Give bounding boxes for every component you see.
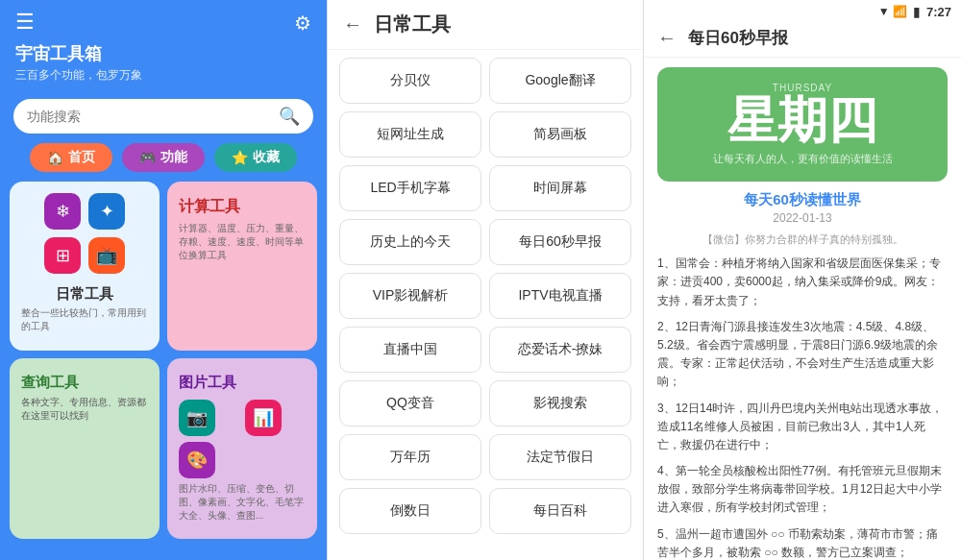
tab-fav-label: 收藏 <box>253 149 280 166</box>
date-subtitle: 让每天有人的人，更有价值的读懂生活 <box>673 152 932 166</box>
news-item: 4、第一轮全员核酸检出阳性77例。有托管班元旦假期末放假，致部分学生将病毒带回学… <box>657 462 948 518</box>
tool-button[interactable]: 简易画板 <box>489 111 631 158</box>
app-subtitle: 三百多个功能，包罗万象 <box>15 67 311 84</box>
tool-button[interactable]: 法定节假日 <box>489 434 631 480</box>
daily-icon-2: ✦ <box>88 193 125 230</box>
gear-icon[interactable]: ⚙ <box>294 12 311 35</box>
news-item: 2、12日青海门源县接连发生3次地震：4.5级、4.8级、5.2级。省会西宁震感… <box>657 318 948 392</box>
right-header: ← 每日60秒早报 <box>644 21 961 58</box>
mid-header: ← 日常工具 <box>328 0 643 50</box>
news-title-area: 每天60秒读懂世界 2022-01-13 <box>657 191 948 225</box>
date-card: THURSDAY 星期四 让每天有人的人，更有价值的读懂生活 <box>657 67 948 182</box>
tool-button[interactable]: 历史上的今天 <box>339 219 481 265</box>
image-icons-grid: 📷 📊 🎨 <box>179 400 306 478</box>
right-content: THURSDAY 星期四 让每天有人的人，更有价值的读懂生活 每天60秒读懂世界… <box>644 58 961 560</box>
fav-icon: ⭐ <box>232 150 248 165</box>
hamburger-icon[interactable]: ☰ <box>15 12 35 33</box>
right-panel: ▼ 📶 ▮ 7:27 ← 每日60秒早报 THURSDAY 星期四 让每天有人的… <box>644 0 961 560</box>
image-icon-3: 🎨 <box>179 442 215 478</box>
tool-button[interactable]: IPTV电视直播 <box>489 273 631 319</box>
time-display: 7:27 <box>926 5 951 19</box>
image-icon-1: 📷 <box>179 400 215 436</box>
tool-button[interactable]: QQ变音 <box>339 380 481 426</box>
news-source: 【微信】你努力合群的样子真的特别孤独。 <box>657 232 948 247</box>
daily-card-title: 日常工具 <box>56 285 113 304</box>
nav-tabs: 🏠 首页 🎮 功能 ⭐ 收藏 <box>0 143 327 182</box>
left-panel: ☰ ⚙ 宇宙工具箱 三百多个功能，包罗万象 🔍 🏠 首页 🎮 功能 ⭐ 收藏 ❄… <box>0 0 327 560</box>
news-main-title: 每天60秒读懂世界 <box>657 191 948 209</box>
card-image[interactable]: 图片工具 📷 📊 🎨 图片水印、压缩、变色、切图、像素画、文字化、毛笔字大全、头… <box>167 358 317 540</box>
cards-grid: ❄ ✦ ⊞ 📺 日常工具 整合一些比较热门，常用用到的工具 计算工具 计算器、温… <box>0 182 327 560</box>
news-item: 1、国常会：种植牙将纳入国家和省级层面医保集采；专家：进贡400，卖6000起，… <box>657 255 948 310</box>
card-query[interactable]: 查询工具 各种文字、专用信息、资源都在这里可以找到 <box>10 358 160 540</box>
func-icon: 🎮 <box>139 150 156 165</box>
tool-button[interactable]: 恋爱话术-撩妹 <box>489 327 631 373</box>
tab-fav[interactable]: ⭐ 收藏 <box>214 143 297 172</box>
tool-button[interactable]: 每日百科 <box>489 488 631 534</box>
day-big: 星期四 <box>673 93 932 148</box>
tools-grid: 分贝仪Google翻译短网址生成简易画板LED手机字幕时间屏幕历史上的今天每日6… <box>328 50 643 560</box>
news-items: 1、国常会：种植牙将纳入国家和省级层面医保集采；专家：进贡400，卖6000起，… <box>657 255 948 560</box>
daily-icon-3: ⊞ <box>44 237 81 274</box>
tab-home-label: 首页 <box>68 149 95 166</box>
status-bar: ▼ 📶 ▮ 7:27 <box>644 0 961 21</box>
daily-icon-1: ❄ <box>44 193 81 230</box>
daily-card-desc: 整合一些比较热门，常用用到的工具 <box>21 306 148 333</box>
search-input[interactable] <box>27 109 279 124</box>
calc-card-desc: 计算器、温度、压力、重量、存粮、速度、速度、时间等单位换算工具 <box>179 222 306 262</box>
mid-back-button[interactable]: ← <box>343 13 362 36</box>
daily-icon-4: 📺 <box>88 237 125 274</box>
image-card-title: 图片工具 <box>179 374 306 392</box>
query-card-desc: 各种文字、专用信息、资源都在这里可以找到 <box>21 396 148 423</box>
right-title: 每日60秒早报 <box>688 27 788 49</box>
query-card-title: 查询工具 <box>21 374 148 392</box>
card-daily[interactable]: ❄ ✦ ⊞ 📺 日常工具 整合一些比较热门，常用用到的工具 <box>10 182 160 351</box>
card-calc[interactable]: 计算工具 计算器、温度、压力、重量、存粮、速度、速度、时间等单位换算工具 <box>167 182 317 351</box>
image-icon-2: 📊 <box>245 400 282 436</box>
tab-home[interactable]: 🏠 首页 <box>30 143 112 172</box>
tool-button[interactable]: 每日60秒早报 <box>489 219 631 265</box>
tool-button[interactable]: VIP影视解析 <box>339 273 481 319</box>
search-icon: 🔍 <box>279 106 300 127</box>
calc-card-title: 计算工具 <box>179 197 306 217</box>
app-title-section: 宇宙工具箱 三百多个功能，包罗万象 <box>0 42 327 93</box>
thursday-label: THURSDAY <box>673 83 932 93</box>
mid-title: 日常工具 <box>374 12 451 37</box>
news-item: 5、温州一超市遭国外 ○○ 币勒索劫案，薄荷市市警；痛苦半个多月，被勒索 ○○ … <box>657 525 948 560</box>
tool-button[interactable]: Google翻译 <box>489 58 631 104</box>
tool-button[interactable]: 倒数日 <box>339 488 481 534</box>
daily-icons-grid: ❄ ✦ ⊞ 📺 <box>44 193 125 274</box>
tool-button[interactable]: LED手机字幕 <box>339 165 481 211</box>
home-icon: 🏠 <box>47 150 63 165</box>
tool-button[interactable]: 影视搜索 <box>489 380 631 426</box>
news-date: 2022-01-13 <box>657 211 948 225</box>
right-back-button[interactable]: ← <box>657 27 677 49</box>
app-title: 宇宙工具箱 <box>15 42 311 65</box>
tab-func[interactable]: 🎮 功能 <box>122 143 205 172</box>
image-card-desc: 图片水印、压缩、变色、切图、像素画、文字化、毛笔字大全、头像、查图... <box>179 482 306 523</box>
left-header: ☰ ⚙ <box>0 0 327 42</box>
signal-icons: ▼ 📶 <box>878 5 907 18</box>
tool-button[interactable]: 时间屏幕 <box>489 165 631 211</box>
middle-panel: ← 日常工具 分贝仪Google翻译短网址生成简易画板LED手机字幕时间屏幕历史… <box>327 0 644 560</box>
tool-button[interactable]: 万年历 <box>339 434 481 480</box>
search-bar[interactable]: 🔍 <box>13 99 313 134</box>
tool-button[interactable]: 短网址生成 <box>339 111 481 158</box>
tool-button[interactable]: 直播中国 <box>339 327 481 373</box>
battery-icon: ▮ <box>913 4 921 19</box>
tool-button[interactable]: 分贝仪 <box>339 58 481 104</box>
tab-func-label: 功能 <box>160 149 187 166</box>
news-item: 3、12日14时许，四川丹巴境内关州电站出现透水事故，造成11名维修人员被困，目… <box>657 400 948 455</box>
